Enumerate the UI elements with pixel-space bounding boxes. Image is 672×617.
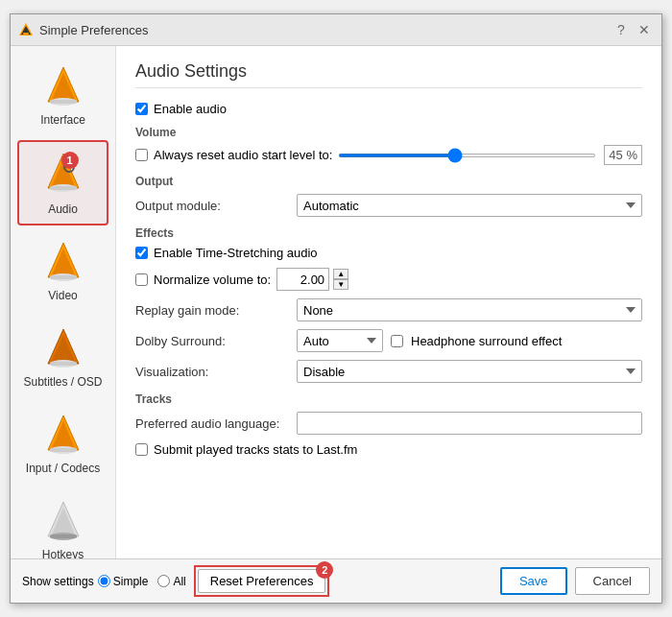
- output-module-select[interactable]: Automatic: [297, 194, 642, 217]
- simple-radio-label[interactable]: Simple: [98, 575, 149, 588]
- interface-icon: [40, 63, 86, 109]
- tracks-group-label: Tracks: [135, 392, 642, 406]
- headphone-label[interactable]: Headphone surround effect: [411, 334, 562, 348]
- submit-stats-label[interactable]: Submit played tracks stats to Last.fm: [154, 442, 357, 457]
- headphone-checkbox[interactable]: [391, 335, 403, 347]
- svg-rect-27: [50, 534, 77, 538]
- reset-badge: 2: [316, 561, 333, 579]
- radio-group: Simple All: [98, 575, 186, 588]
- volume-slider-container: 45 %: [338, 145, 642, 165]
- output-group-label: Output: [135, 175, 642, 188]
- video-label: Video: [48, 289, 77, 302]
- svg-rect-10: [50, 186, 77, 190]
- svg-rect-23: [50, 448, 77, 452]
- show-settings-label: Show settings: [22, 575, 94, 588]
- all-radio-label[interactable]: All: [157, 575, 185, 588]
- normalize-row: Normalize volume to: ▲ ▼: [135, 268, 642, 291]
- hotkeys-icon: [40, 498, 86, 544]
- time-stretch-row: Enable Time-Stretching audio: [135, 246, 642, 260]
- sidebar-item-audio[interactable]: 1 Audio: [17, 140, 108, 225]
- sidebar-item-hotkeys[interactable]: Hotkeys: [17, 488, 108, 558]
- section-title: Audio Settings: [135, 61, 642, 88]
- enable-audio-checkbox[interactable]: [135, 103, 148, 115]
- replay-gain-select[interactable]: None: [297, 298, 642, 321]
- simple-label: Simple: [113, 575, 149, 588]
- always-reset-label[interactable]: Always reset audio start level to:: [154, 148, 332, 162]
- input-icon: [40, 412, 86, 458]
- normalize-input[interactable]: [276, 268, 329, 291]
- footer-right: Save Cancel: [500, 567, 650, 595]
- title-bar-left: Simple Preferences: [18, 22, 148, 37]
- cancel-button[interactable]: Cancel: [575, 567, 650, 595]
- effects-group-label: Effects: [135, 226, 642, 240]
- volume-slider[interactable]: [338, 154, 596, 157]
- dolby-label: Dolby Surround:: [135, 334, 289, 348]
- visualization-select[interactable]: Disable: [297, 360, 642, 383]
- footer-left: Show settings Simple All Re: [22, 569, 325, 593]
- all-label: All: [173, 575, 185, 588]
- sidebar-item-input[interactable]: Input / Codecs: [17, 402, 108, 485]
- audio-label: Audio: [48, 202, 78, 216]
- close-button[interactable]: ✕: [635, 20, 654, 39]
- interface-label: Interface: [40, 113, 85, 127]
- show-settings: Show settings Simple All: [22, 575, 186, 588]
- volume-row: Always reset audio start level to: 45 %: [135, 145, 642, 165]
- output-module-label: Output module:: [135, 199, 289, 213]
- normalize-spinner: ▲ ▼: [276, 268, 348, 291]
- footer: Show settings Simple All Re: [11, 558, 661, 603]
- video-icon: [40, 239, 86, 285]
- title-bar-controls: ? ✕: [612, 20, 654, 39]
- all-radio[interactable]: [157, 575, 170, 587]
- visualization-row: Visualization: Disable: [135, 360, 642, 383]
- replay-gain-label: Replay gain mode:: [135, 303, 289, 318]
- volume-group-label: Volume: [135, 126, 642, 139]
- svg-rect-19: [50, 362, 77, 366]
- sidebar-item-video[interactable]: Video: [17, 229, 108, 312]
- hotkeys-label: Hotkeys: [42, 548, 84, 558]
- reset-button[interactable]: Reset Preferences: [198, 569, 326, 593]
- window-title: Simple Preferences: [39, 23, 148, 37]
- preferred-lang-label: Preferred audio language:: [135, 416, 289, 431]
- title-bar: Simple Preferences ? ✕: [11, 14, 661, 46]
- replay-gain-row: Replay gain mode: None: [135, 298, 642, 321]
- subtitles-icon: [40, 325, 86, 371]
- audio-badge: 1: [61, 152, 79, 169]
- submit-stats-checkbox[interactable]: [135, 443, 148, 456]
- svg-rect-6: [50, 100, 77, 104]
- simple-radio[interactable]: [98, 575, 110, 587]
- enable-audio-label[interactable]: Enable audio: [154, 102, 227, 116]
- content-area: Audio Settings Enable audio Volume Alway…: [116, 46, 661, 558]
- slider-value: 45 %: [604, 145, 642, 165]
- submit-stats-row: Submit played tracks stats to Last.fm: [135, 442, 642, 457]
- enable-audio-row: Enable audio: [135, 102, 642, 116]
- time-stretch-checkbox[interactable]: [135, 247, 148, 259]
- vlc-title-icon: [18, 22, 34, 37]
- reset-wrapper: Reset Preferences 2: [198, 569, 326, 593]
- normalize-label[interactable]: Normalize volume to:: [154, 273, 271, 287]
- save-button[interactable]: Save: [500, 567, 567, 595]
- sidebar-item-subtitles[interactable]: Subtitles / OSD: [17, 316, 108, 398]
- preferences-window: Simple Preferences ? ✕ Interface: [10, 13, 662, 604]
- input-label: Input / Codecs: [26, 462, 100, 475]
- output-module-row: Output module: Automatic: [135, 194, 642, 217]
- subtitles-label: Subtitles / OSD: [23, 375, 102, 389]
- sidebar: Interface 1: [11, 46, 116, 558]
- dolby-controls: Auto Headphone surround effect: [297, 329, 562, 352]
- time-stretch-label[interactable]: Enable Time-Stretching audio: [154, 246, 318, 260]
- preferred-lang-row: Preferred audio language:: [135, 412, 642, 435]
- spinner-down[interactable]: ▼: [333, 279, 348, 290]
- dolby-select[interactable]: Auto: [297, 329, 383, 352]
- dolby-row: Dolby Surround: Auto Headphone surround …: [135, 329, 642, 352]
- visualization-label: Visualization:: [135, 365, 289, 379]
- svg-rect-2: [23, 33, 29, 35]
- svg-rect-15: [50, 275, 77, 279]
- help-button[interactable]: ?: [612, 20, 631, 39]
- normalize-checkbox[interactable]: [135, 273, 148, 286]
- always-reset-checkbox[interactable]: [135, 149, 148, 161]
- sidebar-item-interface[interactable]: Interface: [17, 54, 108, 136]
- main-area: Interface 1: [11, 46, 661, 558]
- preferred-lang-input[interactable]: [297, 412, 642, 435]
- window-body: Interface 1: [11, 46, 661, 603]
- spinner-up[interactable]: ▲: [333, 269, 348, 279]
- spinner-arrows: ▲ ▼: [333, 269, 348, 290]
